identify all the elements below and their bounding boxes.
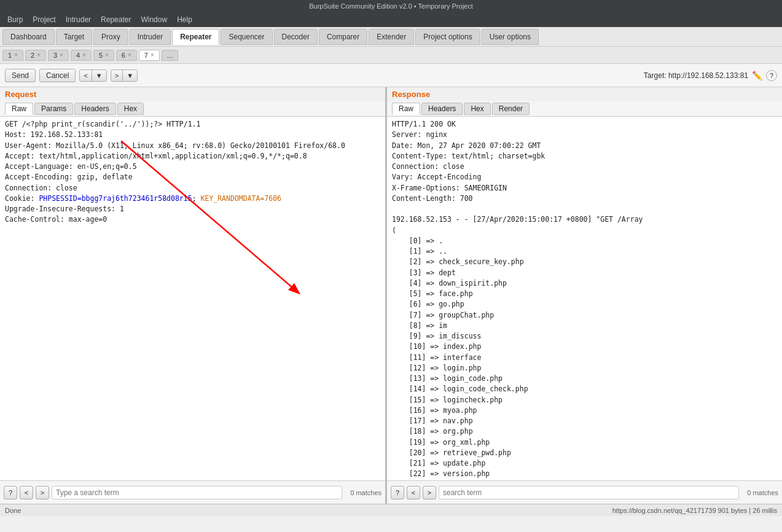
request-tab-params[interactable]: Params bbox=[34, 103, 73, 115]
repeater-tab-more[interactable]: ... bbox=[162, 50, 178, 61]
repeater-tab-6[interactable]: 6 × bbox=[116, 50, 137, 61]
menu-burp[interactable]: Burp bbox=[2, 14, 28, 25]
close-tab-3[interactable]: × bbox=[60, 52, 63, 58]
response-tab-hex[interactable]: Hex bbox=[464, 103, 490, 115]
request-search-bar: ? < > 0 matches bbox=[0, 480, 385, 504]
request-ua: User-Agent: Mozilla/5.0 (X11; Linux x86_… bbox=[5, 141, 345, 150]
repeater-tabs: 1 × 2 × 3 × 4 × 5 × 6 × 7 × ... bbox=[0, 47, 782, 64]
tab-decoder[interactable]: Decoder bbox=[274, 29, 318, 45]
request-connection: Connection: close bbox=[5, 184, 77, 192]
request-upgrade: Upgrade-Insecure-Requests: 1 bbox=[5, 205, 124, 213]
target-label: Target: http://192.168.52.133:81 bbox=[644, 71, 748, 80]
request-content-area[interactable]: GET /<?php print_r(scandir('../'));?> HT… bbox=[0, 117, 385, 480]
nav-next-group: > ▼ bbox=[111, 69, 138, 82]
close-tab-4[interactable]: × bbox=[82, 52, 86, 58]
main-split: Request Raw Params Headers Hex GET /<?ph… bbox=[0, 87, 782, 504]
repeater-tab-5[interactable]: 5 × bbox=[93, 50, 114, 61]
title-bar: BurpSuite Community Edition v2.0 • Tempo… bbox=[0, 0, 782, 12]
response-search-next[interactable]: > bbox=[423, 486, 436, 499]
repeater-tab-3[interactable]: 3 × bbox=[48, 50, 69, 61]
tab-target[interactable]: Target bbox=[56, 29, 92, 45]
next-drop-button[interactable]: ▼ bbox=[123, 70, 137, 81]
request-line1: GET /<?php print_r(scandir('../'));?> HT… bbox=[5, 120, 201, 128]
menu-project[interactable]: Project bbox=[28, 14, 60, 25]
response-header: Response bbox=[387, 87, 782, 101]
repeater-tab-7[interactable]: 7 × bbox=[139, 50, 160, 61]
menu-window[interactable]: Window bbox=[136, 14, 172, 25]
tab-dashboard[interactable]: Dashboard bbox=[2, 29, 55, 45]
request-accept-enc: Accept-Encoding: gzip, deflate bbox=[5, 173, 133, 181]
response-tab-headers[interactable]: Headers bbox=[421, 103, 463, 115]
response-text: HTTP/1.1 200 OK Server: nginx Date: Mon,… bbox=[392, 119, 777, 480]
status-done: Done bbox=[5, 507, 21, 514]
repeater-tab-2[interactable]: 2 × bbox=[25, 50, 46, 61]
repeater-tab-4[interactable]: 4 × bbox=[71, 50, 92, 61]
menu-intruder[interactable]: Intruder bbox=[61, 14, 96, 25]
send-button[interactable]: Send bbox=[5, 69, 36, 82]
tab-comparer[interactable]: Comparer bbox=[319, 29, 367, 45]
toolbar: Send Cancel < ▼ > ▼ Target: http://192.1… bbox=[0, 64, 782, 87]
prev-drop-button[interactable]: ▼ bbox=[92, 70, 106, 81]
target-info: Target: http://192.168.52.133:81 ✏️ ? bbox=[644, 70, 777, 81]
cancel-button[interactable]: Cancel bbox=[39, 69, 76, 82]
request-matches: 0 matches bbox=[345, 489, 381, 496]
response-pane: Response Raw Headers Hex Render HTTP/1.1… bbox=[387, 87, 782, 504]
tab-proxy[interactable]: Proxy bbox=[93, 29, 128, 45]
response-search-prev[interactable]: < bbox=[407, 486, 420, 499]
tab-intruder[interactable]: Intruder bbox=[130, 29, 171, 45]
request-cookie: Cookie: PHPSESSID=bbgg7raj6th723461r58d0… bbox=[5, 194, 281, 203]
close-tab-6[interactable]: × bbox=[128, 52, 131, 58]
close-tab-1[interactable]: × bbox=[14, 52, 18, 58]
request-search-input[interactable] bbox=[52, 486, 342, 499]
menu-repeater[interactable]: Repeater bbox=[96, 14, 136, 25]
tab-user-options[interactable]: User options bbox=[482, 29, 539, 45]
request-tab-hex[interactable]: Hex bbox=[117, 103, 144, 115]
close-tab-5[interactable]: × bbox=[105, 52, 109, 58]
menu-help[interactable]: Help bbox=[172, 14, 197, 25]
nav-prev-group: < ▼ bbox=[79, 69, 106, 82]
request-search-next[interactable]: > bbox=[36, 486, 49, 499]
response-tab-render[interactable]: Render bbox=[492, 103, 530, 115]
request-text: GET /<?php print_r(scandir('../'));?> HT… bbox=[5, 119, 380, 225]
request-search-help[interactable]: ? bbox=[4, 486, 17, 499]
next-button[interactable]: > bbox=[111, 70, 123, 81]
title-text: BurpSuite Community Edition v2.0 • Tempo… bbox=[309, 2, 473, 10]
tab-extender[interactable]: Extender bbox=[369, 29, 414, 45]
request-accept: Accept: text/html,application/xhtml+xml,… bbox=[5, 152, 307, 160]
status-right-info: https://blog.csdn.net/qq_42171739 901 by… bbox=[612, 507, 777, 514]
nav-tabs: Dashboard Target Proxy Intruder Repeater… bbox=[0, 27, 782, 47]
edit-icon[interactable]: ✏️ bbox=[752, 71, 762, 80]
tab-project-options[interactable]: Project options bbox=[415, 29, 480, 45]
request-pane: Request Raw Params Headers Hex GET /<?ph… bbox=[0, 87, 387, 504]
request-sub-tabs: Raw Params Headers Hex bbox=[0, 101, 385, 117]
request-tab-headers[interactable]: Headers bbox=[74, 103, 115, 115]
request-cache: Cache-Control: max-age=0 bbox=[5, 215, 107, 224]
tab-sequencer[interactable]: Sequencer bbox=[221, 29, 272, 45]
close-tab-7[interactable]: × bbox=[151, 52, 154, 58]
close-tab-2[interactable]: × bbox=[37, 52, 41, 58]
response-search-help[interactable]: ? bbox=[391, 486, 404, 499]
prev-button[interactable]: < bbox=[80, 70, 92, 81]
request-search-prev[interactable]: < bbox=[20, 486, 33, 499]
request-host: Host: 192.168.52.133:81 bbox=[5, 130, 103, 139]
menu-bar: Burp Project Intruder Repeater Window He… bbox=[0, 12, 782, 27]
response-sub-tabs: Raw Headers Hex Render bbox=[387, 101, 782, 117]
request-accept-lang: Accept-Language: en-US,en;q=0.5 bbox=[5, 162, 137, 171]
request-tab-raw[interactable]: Raw bbox=[5, 103, 33, 115]
status-bar: Done https://blog.csdn.net/qq_42171739 9… bbox=[0, 504, 782, 516]
tab-repeater[interactable]: Repeater bbox=[172, 29, 219, 45]
help-icon[interactable]: ? bbox=[766, 70, 777, 81]
response-search-bar: ? < > 0 matches bbox=[387, 480, 782, 504]
response-tab-raw[interactable]: Raw bbox=[392, 103, 420, 115]
repeater-tab-1[interactable]: 1 × bbox=[2, 50, 23, 61]
response-matches: 0 matches bbox=[741, 489, 778, 496]
response-content-area[interactable]: HTTP/1.1 200 OK Server: nginx Date: Mon,… bbox=[387, 117, 782, 480]
response-search-input[interactable] bbox=[439, 486, 739, 499]
request-header: Request bbox=[0, 87, 385, 101]
